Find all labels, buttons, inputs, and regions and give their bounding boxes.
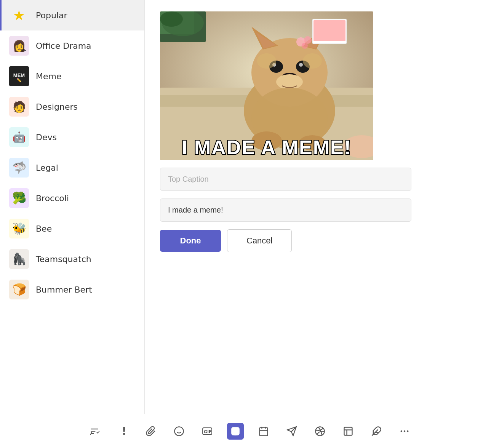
popular-label: Popular xyxy=(36,11,67,20)
praise-icon[interactable] xyxy=(312,423,328,440)
send-icon[interactable] xyxy=(283,423,300,440)
office-drama-label: Office Drama xyxy=(36,41,91,51)
svg-text:✏️: ✏️ xyxy=(21,47,26,54)
svg-text:🧑: 🧑 xyxy=(13,101,26,113)
svg-text:MEM: MEM xyxy=(13,72,25,78)
meme-preview: I MADE A MEME! xyxy=(160,11,373,160)
emoji-icon[interactable] xyxy=(171,423,187,440)
gif-icon[interactable]: GIF xyxy=(199,423,216,440)
bummer-bert-icon: 🍞 xyxy=(9,280,29,299)
svg-point-37 xyxy=(299,63,303,67)
svg-point-62 xyxy=(236,429,238,431)
svg-point-55 xyxy=(174,427,183,435)
sidebar-item-legal[interactable]: 🦈Legal xyxy=(0,152,144,183)
devs-label: Devs xyxy=(36,133,57,142)
svg-rect-49 xyxy=(313,20,345,41)
svg-text:✏️: ✏️ xyxy=(16,77,22,83)
main-container: ★Popular👩✏️Office DramaMEM✏️Meme🧑Designe… xyxy=(0,0,499,414)
svg-point-77 xyxy=(407,430,409,432)
sidebar-item-meme[interactable]: MEM✏️Meme xyxy=(0,61,144,91)
meme-icon: MEM✏️ xyxy=(9,66,29,86)
sidebar-item-popular[interactable]: ★Popular xyxy=(0,0,144,30)
more-options-icon[interactable] xyxy=(396,423,413,440)
sticker-sidebar: ★Popular👩✏️Office DramaMEM✏️Meme🧑Designe… xyxy=(0,0,145,414)
bee-icon: 🐝 xyxy=(9,219,29,238)
loop-icon[interactable] xyxy=(340,423,357,440)
meme-label: Meme xyxy=(36,72,61,81)
meme-svg: I MADE A MEME! xyxy=(160,11,373,160)
sidebar-item-designers[interactable]: 🧑Designers xyxy=(0,91,144,122)
svg-text:🍞: 🍞 xyxy=(12,283,27,296)
teamsquatch-label: Teamsquatch xyxy=(36,254,91,264)
bee-label: Bee xyxy=(36,224,52,234)
attach-icon[interactable] xyxy=(142,423,159,440)
urgent-icon[interactable]: ! xyxy=(114,423,131,440)
svg-text:!: ! xyxy=(122,426,126,437)
done-button[interactable]: Done xyxy=(160,230,221,252)
svg-point-52 xyxy=(302,43,308,49)
designers-label: Designers xyxy=(36,102,78,112)
svg-text:I MADE A MEME!: I MADE A MEME! xyxy=(182,136,352,158)
meme-content-area: I MADE A MEME! Done Cancel xyxy=(145,0,499,414)
svg-point-41 xyxy=(257,53,276,69)
broccoli-icon: 🥦 xyxy=(9,188,29,208)
svg-rect-70 xyxy=(344,427,352,435)
svg-point-51 xyxy=(304,36,312,44)
bummer-bert-label: Bummer Bert xyxy=(36,285,92,294)
cancel-button[interactable]: Cancel xyxy=(227,229,292,252)
sidebar-item-broccoli[interactable]: 🥦Broccoli xyxy=(0,183,144,213)
popular-icon: ★ xyxy=(9,5,29,25)
bottom-toolbar: ! GIF xyxy=(0,414,499,448)
teamsquatch-icon: 🦍 xyxy=(9,249,29,269)
bottom-caption-input[interactable] xyxy=(160,198,411,222)
svg-rect-63 xyxy=(260,427,268,435)
svg-rect-60 xyxy=(232,427,240,435)
sidebar-item-teamsquatch[interactable]: 🦍Teamsquatch xyxy=(0,244,144,274)
sidebar-item-devs[interactable]: 🤖Devs xyxy=(0,122,144,152)
devs-icon: 🤖 xyxy=(9,127,29,147)
format-icon[interactable] xyxy=(86,423,103,440)
svg-point-76 xyxy=(404,430,406,432)
svg-rect-47 xyxy=(349,137,373,156)
svg-text:🥦: 🥦 xyxy=(12,191,27,205)
svg-text:🤖: 🤖 xyxy=(13,131,26,144)
broccoli-label: Broccoli xyxy=(36,194,69,203)
svg-point-61 xyxy=(234,429,235,431)
apps-icon[interactable] xyxy=(368,423,385,440)
svg-text:🦍: 🦍 xyxy=(12,252,27,266)
legal-label: Legal xyxy=(36,163,58,173)
sidebar-item-bee[interactable]: 🐝Bee xyxy=(0,213,144,244)
designers-icon: 🧑 xyxy=(9,97,29,117)
office-drama-icon: 👩✏️ xyxy=(9,36,29,56)
svg-text:🦈: 🦈 xyxy=(12,161,27,174)
sidebar-item-office-drama[interactable]: 👩✏️Office Drama xyxy=(0,30,144,61)
sticker-icon[interactable] xyxy=(227,423,244,440)
svg-point-25 xyxy=(160,11,183,27)
svg-point-75 xyxy=(401,430,403,432)
legal-icon: 🦈 xyxy=(9,158,29,178)
svg-text:GIF: GIF xyxy=(204,429,212,434)
top-caption-input[interactable] xyxy=(160,168,411,191)
svg-text:🐝: 🐝 xyxy=(12,222,27,235)
schedule-icon[interactable] xyxy=(255,423,272,440)
action-buttons: Done Cancel xyxy=(160,229,484,252)
svg-point-42 xyxy=(303,53,322,69)
sidebar-item-bummer-bert[interactable]: 🍞Bummer Bert xyxy=(0,274,144,305)
